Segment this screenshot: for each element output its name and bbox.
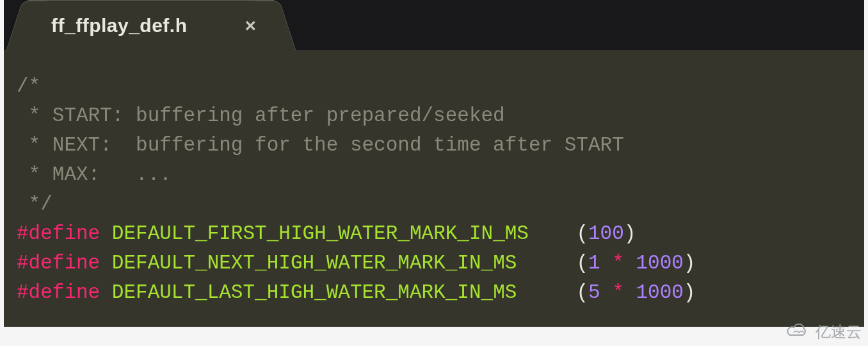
- close-icon[interactable]: ×: [245, 15, 257, 37]
- cloud-icon: [785, 324, 810, 340]
- watermark-text: 亿速云: [816, 322, 862, 342]
- code-area[interactable]: /* * START: buffering after prepared/see…: [4, 50, 864, 327]
- code-comment-line: * NEXT: buffering for the second time af…: [17, 131, 864, 160]
- code-define-line: #define DEFAULT_NEXT_HIGH_WATER_MARK_IN_…: [17, 249, 864, 278]
- editor-window: ff_ffplay_def.h × /* * START: buffering …: [4, 0, 864, 327]
- code-define-line: #define DEFAULT_LAST_HIGH_WATER_MARK_IN_…: [17, 278, 864, 308]
- code-comment-line: * MAX: ...: [17, 160, 864, 190]
- code-comment-line: /*: [17, 72, 864, 101]
- watermark: 亿速云: [785, 322, 862, 342]
- tab-filename: ff_ffplay_def.h: [51, 15, 188, 37]
- code-comment-line: */: [17, 190, 864, 219]
- tab-bar: ff_ffplay_def.h ×: [4, 0, 864, 50]
- code-comment-line: * START: buffering after prepared/seeked: [17, 101, 864, 131]
- tab-file[interactable]: ff_ffplay_def.h ×: [28, 0, 274, 50]
- code-define-line: #define DEFAULT_FIRST_HIGH_WATER_MARK_IN…: [17, 219, 864, 249]
